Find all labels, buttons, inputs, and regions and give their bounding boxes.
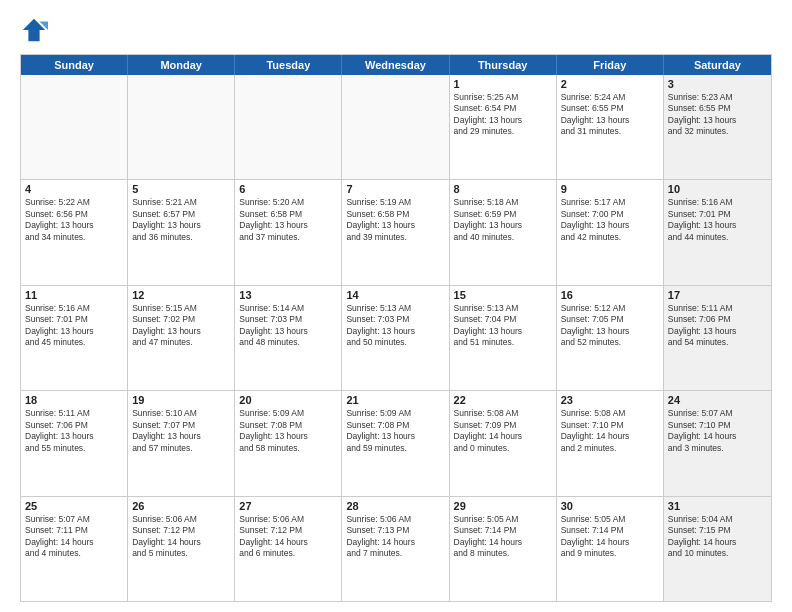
- cell-info: Sunrise: 5:10 AM Sunset: 7:07 PM Dayligh…: [132, 408, 230, 454]
- header-day-friday: Friday: [557, 55, 664, 75]
- day-cell-7: 7Sunrise: 5:19 AM Sunset: 6:58 PM Daylig…: [342, 180, 449, 284]
- day-cell-31: 31Sunrise: 5:04 AM Sunset: 7:15 PM Dayli…: [664, 497, 771, 601]
- day-number: 24: [668, 394, 767, 406]
- calendar-row-4: 18Sunrise: 5:11 AM Sunset: 7:06 PM Dayli…: [21, 391, 771, 496]
- day-number: 10: [668, 183, 767, 195]
- day-number: 4: [25, 183, 123, 195]
- empty-cell: [128, 75, 235, 179]
- header-day-monday: Monday: [128, 55, 235, 75]
- day-cell-1: 1Sunrise: 5:25 AM Sunset: 6:54 PM Daylig…: [450, 75, 557, 179]
- day-cell-26: 26Sunrise: 5:06 AM Sunset: 7:12 PM Dayli…: [128, 497, 235, 601]
- cell-info: Sunrise: 5:12 AM Sunset: 7:05 PM Dayligh…: [561, 303, 659, 349]
- day-cell-12: 12Sunrise: 5:15 AM Sunset: 7:02 PM Dayli…: [128, 286, 235, 390]
- day-number: 25: [25, 500, 123, 512]
- calendar-row-3: 11Sunrise: 5:16 AM Sunset: 7:01 PM Dayli…: [21, 286, 771, 391]
- day-number: 18: [25, 394, 123, 406]
- cell-info: Sunrise: 5:13 AM Sunset: 7:04 PM Dayligh…: [454, 303, 552, 349]
- cell-info: Sunrise: 5:08 AM Sunset: 7:10 PM Dayligh…: [561, 408, 659, 454]
- day-number: 16: [561, 289, 659, 301]
- day-number: 26: [132, 500, 230, 512]
- cell-info: Sunrise: 5:05 AM Sunset: 7:14 PM Dayligh…: [561, 514, 659, 560]
- empty-cell: [21, 75, 128, 179]
- logo-icon: [20, 16, 48, 44]
- calendar-row-1: 1Sunrise: 5:25 AM Sunset: 6:54 PM Daylig…: [21, 75, 771, 180]
- cell-info: Sunrise: 5:19 AM Sunset: 6:58 PM Dayligh…: [346, 197, 444, 243]
- day-cell-11: 11Sunrise: 5:16 AM Sunset: 7:01 PM Dayli…: [21, 286, 128, 390]
- cell-info: Sunrise: 5:23 AM Sunset: 6:55 PM Dayligh…: [668, 92, 767, 138]
- day-number: 9: [561, 183, 659, 195]
- day-number: 31: [668, 500, 767, 512]
- day-cell-24: 24Sunrise: 5:07 AM Sunset: 7:10 PM Dayli…: [664, 391, 771, 495]
- day-number: 11: [25, 289, 123, 301]
- day-cell-4: 4Sunrise: 5:22 AM Sunset: 6:56 PM Daylig…: [21, 180, 128, 284]
- header-day-tuesday: Tuesday: [235, 55, 342, 75]
- cell-info: Sunrise: 5:09 AM Sunset: 7:08 PM Dayligh…: [239, 408, 337, 454]
- day-cell-20: 20Sunrise: 5:09 AM Sunset: 7:08 PM Dayli…: [235, 391, 342, 495]
- day-number: 12: [132, 289, 230, 301]
- day-number: 3: [668, 78, 767, 90]
- day-cell-9: 9Sunrise: 5:17 AM Sunset: 7:00 PM Daylig…: [557, 180, 664, 284]
- day-number: 20: [239, 394, 337, 406]
- day-cell-19: 19Sunrise: 5:10 AM Sunset: 7:07 PM Dayli…: [128, 391, 235, 495]
- cell-info: Sunrise: 5:20 AM Sunset: 6:58 PM Dayligh…: [239, 197, 337, 243]
- cell-info: Sunrise: 5:25 AM Sunset: 6:54 PM Dayligh…: [454, 92, 552, 138]
- page: SundayMondayTuesdayWednesdayThursdayFrid…: [0, 0, 792, 612]
- cell-info: Sunrise: 5:05 AM Sunset: 7:14 PM Dayligh…: [454, 514, 552, 560]
- calendar-row-2: 4Sunrise: 5:22 AM Sunset: 6:56 PM Daylig…: [21, 180, 771, 285]
- day-cell-15: 15Sunrise: 5:13 AM Sunset: 7:04 PM Dayli…: [450, 286, 557, 390]
- cell-info: Sunrise: 5:06 AM Sunset: 7:13 PM Dayligh…: [346, 514, 444, 560]
- cell-info: Sunrise: 5:22 AM Sunset: 6:56 PM Dayligh…: [25, 197, 123, 243]
- day-number: 21: [346, 394, 444, 406]
- day-cell-29: 29Sunrise: 5:05 AM Sunset: 7:14 PM Dayli…: [450, 497, 557, 601]
- cell-info: Sunrise: 5:04 AM Sunset: 7:15 PM Dayligh…: [668, 514, 767, 560]
- cell-info: Sunrise: 5:14 AM Sunset: 7:03 PM Dayligh…: [239, 303, 337, 349]
- cell-info: Sunrise: 5:15 AM Sunset: 7:02 PM Dayligh…: [132, 303, 230, 349]
- empty-cell: [342, 75, 449, 179]
- day-cell-27: 27Sunrise: 5:06 AM Sunset: 7:12 PM Dayli…: [235, 497, 342, 601]
- day-cell-25: 25Sunrise: 5:07 AM Sunset: 7:11 PM Dayli…: [21, 497, 128, 601]
- day-number: 22: [454, 394, 552, 406]
- day-number: 6: [239, 183, 337, 195]
- day-cell-13: 13Sunrise: 5:14 AM Sunset: 7:03 PM Dayli…: [235, 286, 342, 390]
- header-day-wednesday: Wednesday: [342, 55, 449, 75]
- calendar: SundayMondayTuesdayWednesdayThursdayFrid…: [20, 54, 772, 602]
- cell-info: Sunrise: 5:17 AM Sunset: 7:00 PM Dayligh…: [561, 197, 659, 243]
- calendar-row-5: 25Sunrise: 5:07 AM Sunset: 7:11 PM Dayli…: [21, 497, 771, 601]
- day-cell-17: 17Sunrise: 5:11 AM Sunset: 7:06 PM Dayli…: [664, 286, 771, 390]
- cell-info: Sunrise: 5:21 AM Sunset: 6:57 PM Dayligh…: [132, 197, 230, 243]
- day-number: 29: [454, 500, 552, 512]
- day-cell-10: 10Sunrise: 5:16 AM Sunset: 7:01 PM Dayli…: [664, 180, 771, 284]
- day-cell-6: 6Sunrise: 5:20 AM Sunset: 6:58 PM Daylig…: [235, 180, 342, 284]
- day-number: 19: [132, 394, 230, 406]
- cell-info: Sunrise: 5:06 AM Sunset: 7:12 PM Dayligh…: [239, 514, 337, 560]
- day-cell-3: 3Sunrise: 5:23 AM Sunset: 6:55 PM Daylig…: [664, 75, 771, 179]
- header-day-thursday: Thursday: [450, 55, 557, 75]
- cell-info: Sunrise: 5:09 AM Sunset: 7:08 PM Dayligh…: [346, 408, 444, 454]
- day-cell-18: 18Sunrise: 5:11 AM Sunset: 7:06 PM Dayli…: [21, 391, 128, 495]
- day-number: 27: [239, 500, 337, 512]
- day-number: 1: [454, 78, 552, 90]
- day-cell-30: 30Sunrise: 5:05 AM Sunset: 7:14 PM Dayli…: [557, 497, 664, 601]
- day-cell-21: 21Sunrise: 5:09 AM Sunset: 7:08 PM Dayli…: [342, 391, 449, 495]
- cell-info: Sunrise: 5:11 AM Sunset: 7:06 PM Dayligh…: [668, 303, 767, 349]
- empty-cell: [235, 75, 342, 179]
- cell-info: Sunrise: 5:06 AM Sunset: 7:12 PM Dayligh…: [132, 514, 230, 560]
- day-number: 7: [346, 183, 444, 195]
- day-number: 15: [454, 289, 552, 301]
- cell-info: Sunrise: 5:11 AM Sunset: 7:06 PM Dayligh…: [25, 408, 123, 454]
- header: [20, 16, 772, 44]
- day-cell-28: 28Sunrise: 5:06 AM Sunset: 7:13 PM Dayli…: [342, 497, 449, 601]
- logo: [20, 16, 52, 44]
- cell-info: Sunrise: 5:13 AM Sunset: 7:03 PM Dayligh…: [346, 303, 444, 349]
- day-cell-22: 22Sunrise: 5:08 AM Sunset: 7:09 PM Dayli…: [450, 391, 557, 495]
- day-cell-23: 23Sunrise: 5:08 AM Sunset: 7:10 PM Dayli…: [557, 391, 664, 495]
- day-cell-5: 5Sunrise: 5:21 AM Sunset: 6:57 PM Daylig…: [128, 180, 235, 284]
- cell-info: Sunrise: 5:24 AM Sunset: 6:55 PM Dayligh…: [561, 92, 659, 138]
- header-day-sunday: Sunday: [21, 55, 128, 75]
- cell-info: Sunrise: 5:16 AM Sunset: 7:01 PM Dayligh…: [668, 197, 767, 243]
- cell-info: Sunrise: 5:07 AM Sunset: 7:11 PM Dayligh…: [25, 514, 123, 560]
- day-number: 23: [561, 394, 659, 406]
- day-cell-2: 2Sunrise: 5:24 AM Sunset: 6:55 PM Daylig…: [557, 75, 664, 179]
- day-number: 2: [561, 78, 659, 90]
- header-day-saturday: Saturday: [664, 55, 771, 75]
